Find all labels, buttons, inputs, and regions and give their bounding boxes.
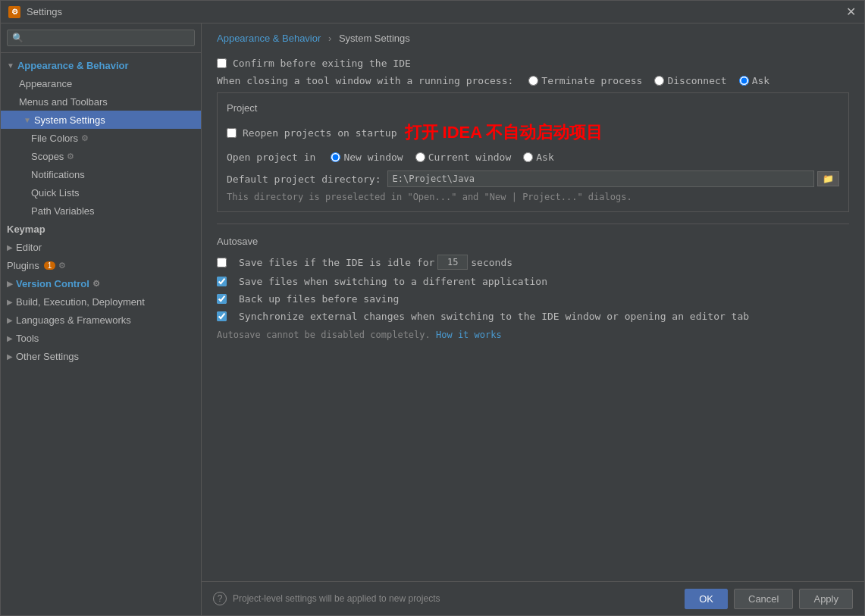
disconnect-label[interactable]: Disconnect [667, 75, 726, 86]
plugins-badge: 1 [44, 261, 56, 270]
sidebar-item-editor[interactable]: ▶ Editor [1, 238, 201, 256]
backup-files-label[interactable]: Back up files before saving [239, 293, 399, 305]
autosave-hint-row: Autosave cannot be disabled completely. … [217, 330, 849, 340]
terminate-label[interactable]: Terminate process [541, 75, 642, 86]
autosave-hint-link[interactable]: How it works [436, 330, 502, 340]
settings-window: ⚙ Settings ✕ ▼ Appearance & Behavior App… [0, 0, 865, 616]
sidebar: ▼ Appearance & Behavior Appearance Menus… [1, 23, 202, 615]
sidebar-item-label: File Colors [31, 133, 78, 144]
cancel-button[interactable]: Cancel [734, 589, 793, 609]
sidebar-item-keymap[interactable]: Keymap [1, 220, 201, 238]
sync-external-label[interactable]: Synchronize external changes when switch… [239, 311, 749, 322]
autosave-title: Autosave [217, 236, 849, 247]
sidebar-item-version-control[interactable]: ▶ Version Control ⚙ [1, 274, 201, 292]
sidebar-item-label: Version Control [16, 278, 89, 289]
reopen-projects-row: Reopen projects on startup 打开 IDEA 不自动启动… [227, 121, 839, 144]
seconds-label: seconds [471, 257, 512, 268]
idle-save-prefix[interactable]: Save files if the IDE is idle for [239, 257, 434, 268]
open-project-row: Open project in New window Current windo… [227, 152, 839, 163]
main-panel: Appearance & Behavior › System Settings … [202, 23, 864, 615]
confirm-exit-label[interactable]: Confirm before exiting the IDE [233, 58, 411, 69]
bottom-bar: ? Project-level settings will be applied… [202, 581, 864, 615]
project-title: Project [227, 102, 839, 114]
dir-hint: This directory is preselected in "Open..… [227, 192, 839, 202]
sidebar-item-quick-lists[interactable]: Quick Lists [1, 183, 201, 202]
new-window-label[interactable]: New window [343, 152, 403, 163]
sidebar-item-label: Tools [16, 333, 39, 344]
sidebar-item-plugins[interactable]: Plugins 1 ⚙ [1, 256, 201, 274]
new-window-option[interactable]: New window [331, 152, 403, 163]
current-window-label[interactable]: Current window [428, 152, 512, 163]
sidebar-item-label: Appearance [19, 78, 72, 89]
sidebar-item-label: Other Settings [16, 351, 79, 362]
backup-files-row: Back up files before saving [217, 293, 849, 305]
sidebar-item-other-settings[interactable]: ▶ Other Settings [1, 347, 201, 365]
dir-label: Default project directory: [227, 174, 381, 185]
confirm-exit-row: Confirm before exiting the IDE [217, 58, 849, 69]
sidebar-item-appearance-behavior[interactable]: ▼ Appearance & Behavior [1, 56, 201, 74]
sidebar-item-system-settings[interactable]: ▼ System Settings [1, 111, 201, 129]
sidebar-item-build-execution[interactable]: ▶ Build, Execution, Deployment [1, 292, 201, 311]
sidebar-item-languages-frameworks[interactable]: ▶ Languages & Frameworks [1, 311, 201, 329]
open-project-label: Open project in [227, 152, 315, 163]
browse-button[interactable]: 📁 [817, 171, 839, 186]
backup-files-checkbox[interactable] [217, 294, 227, 304]
save-switching-checkbox[interactable] [217, 277, 227, 286]
sidebar-item-label: Editor [16, 242, 42, 253]
ask-radio[interactable] [739, 76, 749, 86]
app-icon: ⚙ [8, 6, 20, 18]
sidebar-item-menus-toolbars[interactable]: Menus and Toolbars [1, 92, 201, 111]
sidebar-item-appearance[interactable]: Appearance [1, 74, 201, 92]
ask-option[interactable]: Ask [739, 75, 769, 86]
dir-input[interactable] [387, 170, 815, 187]
sidebar-item-path-variables[interactable]: Path Variables [1, 202, 201, 220]
sidebar-item-scopes[interactable]: Scopes ⚙ [1, 147, 201, 165]
reopen-projects-checkbox[interactable] [227, 128, 237, 138]
current-window-option[interactable]: Current window [415, 152, 512, 163]
breadcrumb-separator: › [328, 33, 331, 44]
ask-project-label[interactable]: Ask [536, 152, 553, 163]
ask-project-radio[interactable] [523, 152, 533, 162]
terminate-radio[interactable] [528, 76, 538, 86]
sidebar-item-label: Path Variables [31, 205, 95, 217]
search-input[interactable] [7, 30, 195, 46]
help-icon[interactable]: ? [213, 592, 227, 605]
ask-label[interactable]: Ask [752, 75, 769, 86]
disconnect-radio[interactable] [654, 76, 664, 86]
window-title: Settings [27, 6, 845, 17]
sidebar-item-tools[interactable]: ▶ Tools [1, 329, 201, 347]
idle-seconds-input[interactable] [437, 255, 468, 270]
idle-save-checkbox[interactable] [217, 258, 227, 267]
ask-project-option[interactable]: Ask [523, 152, 553, 163]
expand-arrow: ▶ [7, 316, 13, 324]
sidebar-item-label: Menus and Toolbars [19, 96, 108, 108]
breadcrumb-current: System Settings [339, 33, 410, 44]
gear-icon: ⚙ [58, 261, 66, 270]
breadcrumb-parent[interactable]: Appearance & Behavior [217, 33, 321, 44]
disconnect-option[interactable]: Disconnect [654, 75, 726, 86]
expand-arrow: ▼ [7, 61, 14, 70]
close-button[interactable]: ✕ [845, 6, 857, 18]
sidebar-item-file-colors[interactable]: File Colors ⚙ [1, 129, 201, 147]
sync-external-checkbox[interactable] [217, 311, 227, 321]
expand-arrow: ▶ [7, 352, 13, 361]
confirm-exit-checkbox[interactable] [217, 58, 227, 68]
autosave-hint-text: Autosave cannot be disabled completely. [217, 330, 431, 340]
sidebar-item-notifications[interactable]: Notifications [1, 165, 201, 183]
sidebar-item-label: Notifications [31, 169, 85, 180]
sidebar-item-label: Scopes [31, 151, 64, 162]
terminate-option[interactable]: Terminate process [528, 75, 642, 86]
new-window-radio[interactable] [331, 152, 340, 162]
save-switching-label[interactable]: Save files when switching to a different… [239, 276, 547, 287]
sidebar-item-label: System Settings [34, 114, 105, 126]
reopen-projects-label[interactable]: Reopen projects on startup [243, 127, 397, 139]
sidebar-item-label: Plugins [7, 260, 39, 271]
nav-tree: ▼ Appearance & Behavior Appearance Menus… [1, 53, 201, 615]
apply-button[interactable]: Apply [799, 589, 853, 609]
current-window-radio[interactable] [415, 152, 425, 162]
main-layout: ▼ Appearance & Behavior Appearance Menus… [1, 23, 864, 615]
ok-button[interactable]: OK [685, 589, 728, 609]
sidebar-item-label: Keymap [7, 224, 45, 235]
search-box [1, 23, 201, 53]
settings-content: Confirm before exiting the IDE When clos… [202, 50, 864, 581]
